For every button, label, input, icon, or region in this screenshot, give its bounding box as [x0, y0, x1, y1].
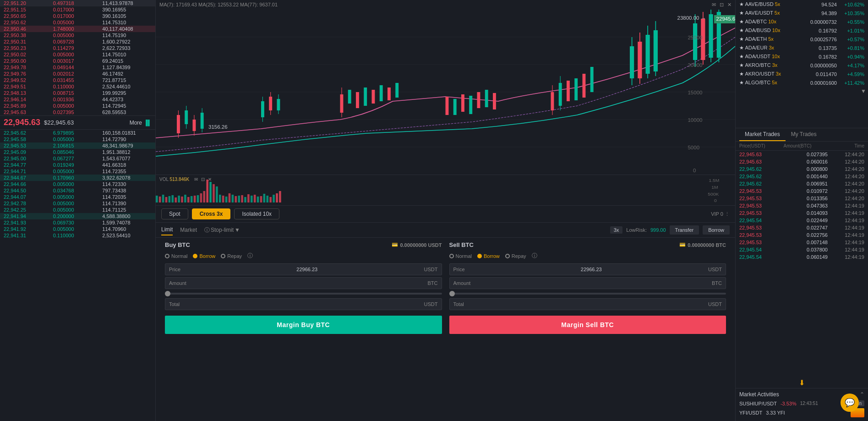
vol-icon-screenshot[interactable]: ⊡ — [201, 177, 205, 182]
vol-icon-mail[interactable]: ✉ — [194, 177, 198, 182]
buy-order-row-highlight[interactable]: 22,941.940.2000004,588.38800 — [0, 213, 155, 219]
buy-order-row[interactable]: 22,941.920.005000114.70960 — [0, 226, 155, 232]
sell-price-input[interactable] — [581, 267, 704, 272]
borrow-button-top[interactable]: Borrow — [703, 225, 730, 235]
buy-info-icon[interactable]: ⓘ — [247, 252, 253, 260]
sell-info-icon[interactable]: ⓘ — [532, 252, 537, 260]
sell-order-row[interactable]: 22,945.630.027395628.59553 — [0, 109, 155, 115]
buy-order-row[interactable]: 22,944.660.005000114.72330 — [0, 181, 155, 187]
market-item[interactable]: ★ AAVE/USDT 5x 94.389 +10.35% — [736, 9, 868, 17]
buy-borrow-radio[interactable]: Borrow — [193, 253, 215, 259]
sell-order-row-highlight[interactable]: 22,950.461.74800040,117.40408 — [0, 26, 155, 32]
buy-price-input[interactable] — [296, 267, 420, 272]
sell-order-row[interactable]: 22,951.150.017000390.16955 — [0, 6, 155, 13]
svg-rect-81 — [187, 197, 190, 202]
svg-rect-108 — [273, 195, 275, 202]
market-item[interactable]: ★ ADA/BTC 10x 0.00000732 +0.55% — [736, 17, 868, 26]
limit-tab[interactable]: Limit — [161, 224, 173, 235]
margin-sell-button[interactable]: Margin Sell BTC — [449, 316, 726, 334]
trade-row: 22,945.530.01409312:44:19 — [736, 209, 868, 217]
sell-order-row[interactable]: 22,949.780.0491441,127.84399 — [0, 64, 155, 71]
market-tab[interactable]: Market — [180, 225, 197, 235]
act-change-sushi: -3.53% — [781, 401, 797, 406]
activities-collapse-icon[interactable]: ⌃ — [860, 391, 864, 398]
trade-price: 22,945.53 — [739, 196, 784, 201]
buy-order-row[interactable]: 22,945.580.005000114.72790 — [0, 136, 155, 142]
market-item[interactable]: ★ ADA/ETH 5x 0.00025776 +0.57% — [736, 35, 868, 44]
buy-order-row[interactable]: 22,941.310.1100002,523.54410 — [0, 232, 155, 239]
sell-order-row[interactable]: 22,946.140.00193644.42373 — [0, 96, 155, 103]
sell-amount-input[interactable] — [583, 280, 708, 286]
sell-order-row[interactable]: 22,949.760.00201246.17492 — [0, 71, 155, 77]
chart-icon-mail[interactable]: ✉ — [712, 2, 716, 8]
svg-rect-72 — [159, 197, 161, 202]
chart-icon-screenshot[interactable]: ⊡ — [720, 2, 724, 8]
market-trades-tab[interactable]: Market Trades — [739, 128, 786, 141]
sell-slider[interactable] — [449, 293, 726, 295]
buy-slider[interactable] — [165, 293, 442, 295]
buy-order-row[interactable]: 22,944.710.005000114.72355 — [0, 168, 155, 175]
trade-time: 12:44:19 — [828, 225, 864, 230]
market-item[interactable]: ★ ADA/USDT 10x 0.16782 +0.94% — [736, 52, 868, 61]
chat-button[interactable]: 💬 — [841, 394, 859, 412]
stop-limit-tab[interactable]: ⓘ Stop-limit ▼ — [204, 226, 240, 234]
buy-order-row[interactable]: 22,941.930.0697301,599.74078 — [0, 219, 155, 226]
sell-order-row[interactable]: 22,949.520.031455721.87715 — [0, 77, 155, 83]
sell-order-row[interactable]: 22,949.510.1100002,524.44610 — [0, 83, 155, 90]
sell-order-row[interactable]: 22,950.620.005000114.75310 — [0, 19, 155, 26]
sell-order-row[interactable]: 22,950.310.0697281,600.27922 — [0, 38, 155, 45]
ma-indicators: MA(7): 17169.43 MA(25): 12553.22 MA(77):… — [159, 2, 278, 8]
buy-total-currency: USDT — [424, 301, 438, 307]
buy-order-row-highlight[interactable]: 22,944.670.1709603,922.62078 — [0, 175, 155, 181]
sell-order-row[interactable]: 22,945.890.005000114.72945 — [0, 103, 155, 109]
sell-order-row[interactable]: 22,951.200.49731811,413.97878 — [0, 0, 155, 6]
buy-order-row[interactable]: 22,942.250.005000114.71125 — [0, 207, 155, 213]
more-options-icon[interactable]: ⋮ — [725, 211, 730, 217]
sell-slider-thumb[interactable] — [449, 291, 455, 296]
sell-normal-radio[interactable]: Normal — [449, 253, 472, 259]
sell-amount-group: Amount BTC — [449, 277, 726, 289]
trade-time: 12:44:19 — [828, 218, 864, 223]
my-trades-tab[interactable]: My Trades — [786, 128, 822, 141]
buy-order-row[interactable]: 22,944.770.019249441.66318 — [0, 162, 155, 168]
sell-repay-radio[interactable]: Repay — [505, 253, 526, 259]
market-change: +10.62% — [837, 2, 864, 7]
sell-order-row[interactable]: 22,950.380.005000114.75190 — [0, 32, 155, 38]
market-price-value: 0.16792 — [800, 28, 837, 33]
sell-order-row[interactable]: 22,950.230.1142792,622.72933 — [0, 45, 155, 51]
buy-slider-thumb[interactable] — [165, 291, 170, 296]
buy-order-row[interactable]: 22,944.070.005000114.72035 — [0, 194, 155, 200]
market-item[interactable]: ★ ADA/EUR 3x 0.13735 +0.81% — [736, 44, 868, 52]
svg-text:0: 0 — [714, 198, 717, 202]
vol-icon-close[interactable]: ✕ — [208, 177, 212, 182]
sell-order-row[interactable]: 22,950.000.00301769.24015 — [0, 58, 155, 64]
buy-normal-radio[interactable]: Normal — [165, 253, 187, 259]
sell-borrow-radio[interactable]: Borrow — [477, 253, 500, 259]
market-item[interactable]: ★ AKRO/BTC 3x 0.00000050 +4.17% — [736, 61, 868, 70]
buy-repay-radio[interactable]: Repay — [221, 253, 242, 259]
sell-repay-dot — [505, 254, 510, 258]
market-item[interactable]: ★ AKRO/USDT 3x 0.011470 +4.59% — [736, 70, 868, 78]
sell-order-row[interactable]: 22,950.020.005000114.75010 — [0, 51, 155, 58]
market-item[interactable]: ★ ALGO/BTC 5x 0.00001600 +11.42% — [736, 78, 868, 87]
market-item[interactable]: ★ ADA/BUSD 10x 0.16792 +1.01% — [736, 26, 868, 35]
buy-order-row[interactable]: 22,945.000.0672771,543.67077 — [0, 155, 155, 162]
cross-tab[interactable]: Cross 3x — [192, 208, 231, 219]
isolated-tab[interactable]: Isolated 10x — [234, 208, 279, 219]
margin-buy-button[interactable]: Margin Buy BTC — [165, 316, 442, 334]
stop-limit-label: Stop-limit — [211, 227, 234, 233]
buy-order-row[interactable]: 22,944.500.034768797.73438 — [0, 187, 155, 194]
market-item[interactable]: ★ AAVE/BUSD 5x 94.524 +10.62% — [736, 0, 868, 9]
buy-amount-currency: BTC — [428, 280, 438, 286]
buy-order-row-highlight[interactable]: 22,945.532.10681548,341.98679 — [0, 142, 155, 149]
sell-order-row[interactable]: 22,950.650.017000390.16105 — [0, 13, 155, 19]
buy-amount-input[interactable] — [298, 280, 424, 286]
transfer-button[interactable]: Transfer — [670, 225, 699, 235]
spot-tab[interactable]: Spot — [161, 208, 188, 219]
buy-order-row[interactable]: 22,942.780.005000114.71390 — [0, 200, 155, 207]
more-button[interactable]: More — [130, 120, 142, 126]
buy-order-row[interactable]: 22,945.090.0850461,951.38812 — [0, 149, 155, 155]
sell-order-row[interactable]: 22,948.130.008715199.99295 — [0, 90, 155, 96]
buy-order-row[interactable]: 22,945.626.979895160,158.01831 — [0, 130, 155, 136]
chart-icon-settings[interactable]: ✕ — [727, 2, 732, 8]
